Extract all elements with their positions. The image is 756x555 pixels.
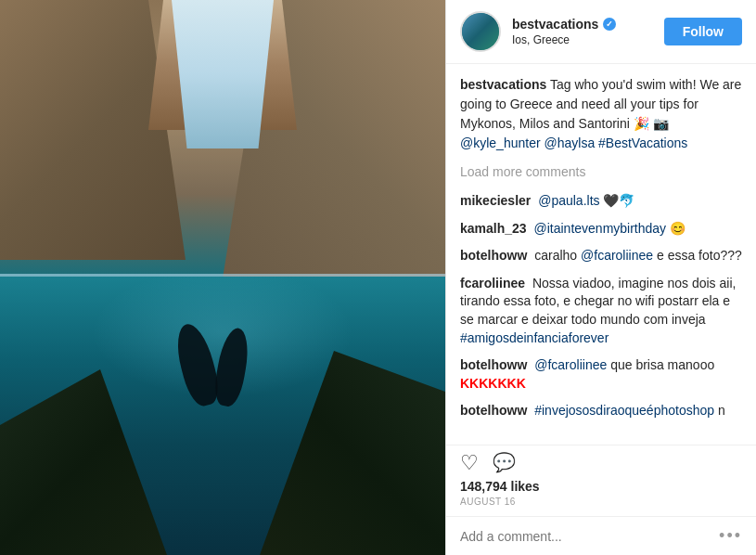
follow-button[interactable]: Follow bbox=[664, 18, 742, 45]
verified-icon: ✓ bbox=[603, 18, 616, 31]
more-options-icon[interactable]: ••• bbox=[719, 526, 742, 546]
location: Ios, Greece bbox=[512, 33, 664, 46]
caption-username: bestvacations bbox=[460, 77, 546, 92]
comments-area[interactable]: bestvacations Tag who you'd swim with! W… bbox=[446, 64, 756, 445]
comment-5: botelhoww @fcaroliinee que brisa manooo … bbox=[460, 356, 742, 393]
post-date: AUGUST 16 bbox=[460, 497, 742, 507]
comment-1: mikeciesler @paula.lts 🖤🐬 bbox=[460, 192, 742, 211]
action-icons: ♡ 💬 bbox=[460, 453, 742, 473]
user-info: bestvacations ✓ Ios, Greece bbox=[512, 17, 664, 46]
load-more-comments[interactable]: Load more comments bbox=[460, 164, 742, 179]
comment-2: kamalh_23 @itaintevenmybirthday 😊 bbox=[460, 220, 742, 239]
post-caption: bestvacations Tag who you'd swim with! W… bbox=[460, 75, 742, 153]
post-header: bestvacations ✓ Ios, Greece Follow bbox=[446, 0, 756, 64]
like-button[interactable]: ♡ bbox=[460, 453, 479, 473]
username: bestvacations bbox=[512, 17, 598, 32]
add-comment-row: ••• bbox=[446, 516, 756, 555]
right-panel: bestvacations ✓ Ios, Greece Follow bestv… bbox=[445, 0, 756, 555]
comment-4: fcaroliinee Nossa viadoo, imagine nos do… bbox=[460, 275, 742, 347]
comment-6: botelhoww #invejososdiraoqueéphotoshop n bbox=[460, 402, 742, 420]
comment-3: botelhoww caralho @fcaroliinee e essa fo… bbox=[460, 247, 742, 265]
add-comment-input[interactable] bbox=[460, 529, 719, 544]
comment-button[interactable]: 💬 bbox=[493, 453, 516, 473]
post-image bbox=[0, 0, 445, 555]
avatar bbox=[460, 11, 501, 52]
actions-bar: ♡ 💬 148,794 likes AUGUST 16 bbox=[446, 445, 756, 516]
likes-count: 148,794 likes bbox=[460, 479, 742, 494]
